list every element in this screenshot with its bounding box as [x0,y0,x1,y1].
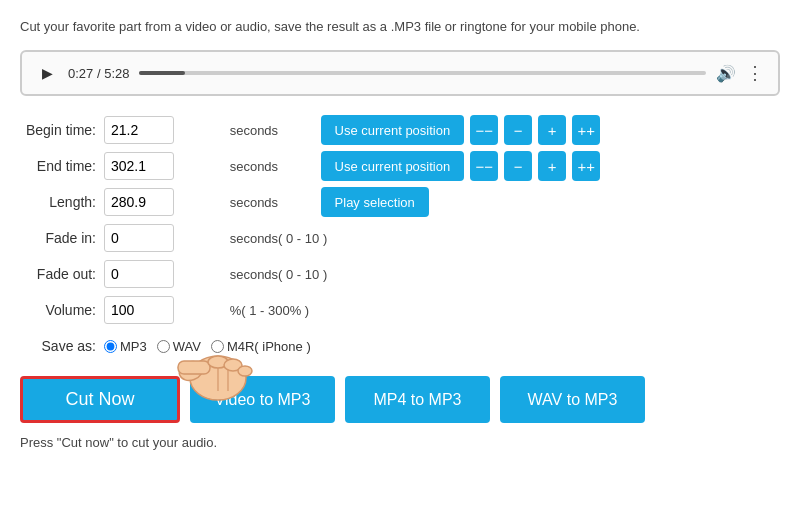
begin-time-label: Begin time: [20,112,100,148]
begin-time-row: Begin time: seconds Use current position… [20,112,780,148]
end-time-unit: seconds [226,148,317,184]
audio-player: ▶ 0:27 / 5:28 🔊 ⋮ [20,50,780,96]
end-time-row: End time: seconds Use current position −… [20,148,780,184]
save-as-options: MP3 WAV M4R( iPhone ) [104,339,776,354]
fade-out-input-cell [100,256,226,292]
fade-in-input-cell [100,220,226,256]
begin-time-controls: Use current position −− − + ++ [321,115,776,145]
end-use-current-btn[interactable]: Use current position [321,151,465,181]
fade-out-row: Fade out: seconds( 0 - 10 ) [20,256,780,292]
svg-point-7 [238,366,252,376]
length-controls: Play selection [321,187,776,217]
settings-form: Begin time: seconds Use current position… [20,112,780,364]
begin-time-input[interactable] [104,116,174,144]
end-minus-btn[interactable]: − [504,151,532,181]
length-input[interactable] [104,188,174,216]
save-as-m4r-radio[interactable] [211,340,224,353]
begin-time-unit: seconds [226,112,317,148]
volume-icon[interactable]: 🔊 [716,64,736,83]
progress-fill [139,71,184,75]
save-as-m4r-text: M4R( iPhone ) [227,339,311,354]
time-display: 0:27 / 5:28 [68,66,129,81]
wav-to-mp3-button[interactable]: WAV to MP3 [500,376,645,423]
end-plus-btn[interactable]: + [538,151,566,181]
save-as-row: Save as: MP3 WAV M4R( iPhone ) [20,328,780,364]
end-time-input[interactable] [104,152,174,180]
begin-minus-btn[interactable]: − [504,115,532,145]
end-time-label: End time: [20,148,100,184]
status-text: Press "Cut now" to cut your audio. [20,435,780,450]
cut-now-button[interactable]: Cut Now [20,376,180,423]
length-label: Length: [20,184,100,220]
length-input-cell [100,184,226,220]
fade-out-label: Fade out: [20,256,100,292]
end-time-input-cell [100,148,226,184]
save-as-wav-label[interactable]: WAV [157,339,201,354]
length-row: Length: seconds Play selection [20,184,780,220]
mp4-to-mp3-button[interactable]: MP4 to MP3 [345,376,490,423]
fade-out-unit: seconds( 0 - 10 ) [226,256,780,292]
fade-out-input[interactable] [104,260,174,288]
save-as-label: Save as: [20,328,100,364]
action-buttons: Cut Now Video to MP3 MP4 to MP3 WAV to M… [20,376,780,423]
fade-in-label: Fade in: [20,220,100,256]
save-as-mp3-label[interactable]: MP3 [104,339,147,354]
progress-bar[interactable] [139,71,706,75]
save-as-wav-text: WAV [173,339,201,354]
volume-row: Volume: %( 1 - 300% ) [20,292,780,328]
end-minus-minus-btn[interactable]: −− [470,151,498,181]
save-as-wav-radio[interactable] [157,340,170,353]
save-as-mp3-text: MP3 [120,339,147,354]
save-as-m4r-label[interactable]: M4R( iPhone ) [211,339,311,354]
begin-minus-minus-btn[interactable]: −− [470,115,498,145]
save-as-mp3-radio[interactable] [104,340,117,353]
page-description: Cut your favorite part from a video or a… [20,18,780,36]
play-selection-btn[interactable]: Play selection [321,187,429,217]
video-to-mp3-button[interactable]: Video to MP3 [190,376,335,423]
volume-label: Volume: [20,292,100,328]
begin-use-current-btn[interactable]: Use current position [321,115,465,145]
begin-plus-plus-btn[interactable]: ++ [572,115,600,145]
end-time-controls: Use current position −− − + ++ [321,151,776,181]
fade-in-unit: seconds( 0 - 10 ) [226,220,780,256]
begin-plus-btn[interactable]: + [538,115,566,145]
volume-input[interactable] [104,296,174,324]
play-button[interactable]: ▶ [36,62,58,84]
fade-in-input[interactable] [104,224,174,252]
end-plus-plus-btn[interactable]: ++ [572,151,600,181]
length-unit: seconds [226,184,317,220]
begin-time-input-cell [100,112,226,148]
volume-input-cell [100,292,226,328]
more-options-icon[interactable]: ⋮ [746,62,764,84]
fade-in-row: Fade in: seconds( 0 - 10 ) [20,220,780,256]
volume-unit: %( 1 - 300% ) [226,292,780,328]
